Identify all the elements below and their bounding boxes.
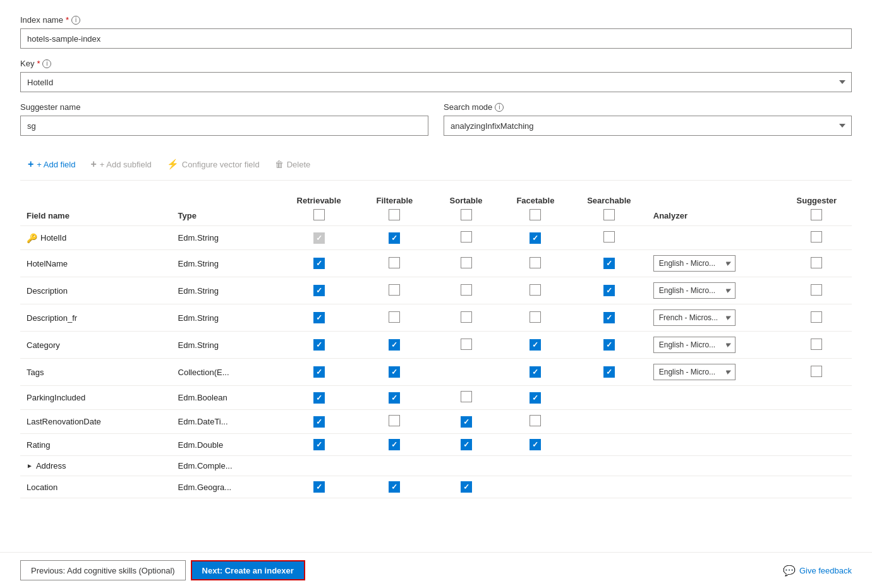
filterable-checkbox-1[interactable] <box>389 257 400 268</box>
retrievable-checkbox-6[interactable] <box>313 392 325 404</box>
retrievable-checkbox-3[interactable] <box>313 312 325 323</box>
sortable-checkbox-8[interactable] <box>461 439 472 450</box>
analyzer-cell: English - Micro... ▼ <box>647 250 782 277</box>
facetable-header-checkbox[interactable] <box>530 209 541 220</box>
retrievable-checkbox-8[interactable] <box>313 439 325 450</box>
filterable-checkbox-5[interactable] <box>389 366 400 378</box>
suggester-checkbox-5[interactable] <box>811 366 822 377</box>
field-name-cell: Tags <box>20 359 172 386</box>
facetable-cell <box>500 410 571 434</box>
searchable-checkbox-5[interactable] <box>603 366 615 378</box>
field-name-text: HotelName <box>27 259 68 268</box>
sortable-checkbox-6[interactable] <box>461 391 472 402</box>
analyzer-cell: English - Micro... ▼ <box>647 332 782 359</box>
facetable-cell <box>500 386 571 410</box>
sortable-checkbox-10[interactable] <box>461 481 472 493</box>
table-row: Description Edm.String English - Micro..… <box>20 277 852 304</box>
suggester-checkbox-3[interactable] <box>811 311 822 323</box>
analyzer-cell: French - Micros... ▼ <box>647 304 782 332</box>
field-name-cell: Rating <box>20 434 172 456</box>
facetable-checkbox-1[interactable] <box>530 257 541 268</box>
configure-vector-button[interactable]: ⚡ Configure vector field <box>159 156 267 172</box>
retrievable-cell <box>281 386 357 410</box>
sortable-checkbox-0[interactable] <box>461 231 472 243</box>
add-field-button[interactable]: + + Add field <box>20 156 83 172</box>
retrievable-header-checkbox[interactable] <box>313 209 325 220</box>
retrievable-checkbox-10[interactable] <box>313 481 325 493</box>
filterable-cell <box>357 456 433 476</box>
analyzer-select[interactable]: English - Micro... <box>653 337 736 353</box>
filterable-checkbox-6[interactable] <box>389 392 400 404</box>
filterable-checkbox-4[interactable] <box>389 339 400 351</box>
facetable-checkbox-4[interactable] <box>530 339 541 351</box>
required-star: * <box>66 15 69 25</box>
suggester-checkbox-0[interactable] <box>811 231 822 243</box>
suggester-input[interactable] <box>20 116 428 136</box>
field-name-cell: Description_fr <box>20 304 172 332</box>
facetable-checkbox-8[interactable] <box>530 439 541 450</box>
filterable-header-checkbox[interactable] <box>389 209 400 220</box>
searchable-header-checkbox[interactable] <box>603 209 615 220</box>
configure-vector-icon: ⚡ <box>167 159 179 170</box>
retrievable-checkbox-1[interactable] <box>313 258 325 269</box>
filterable-cell <box>357 250 433 277</box>
sortable-cell <box>432 226 499 250</box>
sortable-header-checkbox[interactable] <box>461 209 472 220</box>
suggester-cell <box>782 434 852 456</box>
searchable-checkbox-1[interactable] <box>603 258 615 269</box>
sortable-checkbox-4[interactable] <box>461 339 472 350</box>
suggester-header-checkbox[interactable] <box>811 209 822 220</box>
expand-icon[interactable]: ► <box>27 462 33 469</box>
filterable-checkbox-7[interactable] <box>389 415 400 426</box>
retrievable-checkbox-4[interactable] <box>313 339 325 351</box>
filterable-checkbox-0[interactable] <box>389 232 400 244</box>
sortable-checkbox-1[interactable] <box>461 257 472 268</box>
type-cell: Collection(E... <box>172 359 281 386</box>
retrievable-checkbox-2[interactable] <box>313 285 325 296</box>
sortable-cell <box>432 359 499 386</box>
searchable-checkbox-2[interactable] <box>603 285 615 296</box>
facetable-checkbox-3[interactable] <box>530 311 541 323</box>
col-searchable: Searchable <box>571 191 647 226</box>
filterable-cell <box>357 476 433 498</box>
search-mode-info-icon[interactable]: i <box>495 103 504 112</box>
suggester-cell <box>782 456 852 476</box>
searchable-checkbox-4[interactable] <box>603 339 615 351</box>
suggester-checkbox-4[interactable] <box>811 339 822 350</box>
facetable-checkbox-0[interactable] <box>530 232 541 244</box>
analyzer-select[interactable]: French - Micros... <box>653 309 736 326</box>
retrievable-checkbox-5[interactable] <box>313 366 325 378</box>
suggester-cell <box>782 304 852 332</box>
filterable-checkbox-10[interactable] <box>389 481 400 493</box>
suggester-checkbox-2[interactable] <box>811 284 822 296</box>
sortable-checkbox-2[interactable] <box>461 284 472 296</box>
facetable-checkbox-6[interactable] <box>530 392 541 404</box>
key-info-icon[interactable]: i <box>42 59 51 68</box>
searchable-checkbox-3[interactable] <box>603 312 615 323</box>
sortable-checkbox-7[interactable] <box>461 416 472 428</box>
searchable-checkbox-0[interactable] <box>603 231 615 243</box>
facetable-checkbox-7[interactable] <box>530 415 541 426</box>
filterable-checkbox-2[interactable] <box>389 284 400 296</box>
analyzer-select[interactable]: English - Micro... <box>653 364 736 380</box>
index-name-input[interactable] <box>20 28 852 49</box>
filterable-checkbox-8[interactable] <box>389 439 400 450</box>
retrievable-checkbox-0[interactable] <box>313 232 325 244</box>
key-select[interactable]: HotelId <box>20 72 852 92</box>
field-name-text: Description_fr <box>27 313 77 323</box>
analyzer-select[interactable]: English - Micro... <box>653 255 736 272</box>
facetable-checkbox-2[interactable] <box>530 284 541 296</box>
filterable-checkbox-3[interactable] <box>389 311 400 323</box>
facetable-cell <box>500 359 571 386</box>
suggester-checkbox-1[interactable] <box>811 257 822 268</box>
index-name-info-icon[interactable]: i <box>71 16 80 25</box>
sortable-checkbox-3[interactable] <box>461 311 472 323</box>
type-cell: Edm.Geogra... <box>172 476 281 498</box>
search-mode-select[interactable]: analyzingInfixMatching <box>444 116 852 136</box>
facetable-checkbox-5[interactable] <box>530 366 541 378</box>
retrievable-checkbox-7[interactable] <box>313 416 325 428</box>
field-name-text: Category <box>27 340 60 350</box>
analyzer-select[interactable]: English - Micro... <box>653 282 736 299</box>
delete-button[interactable]: 🗑 Delete <box>267 157 318 172</box>
add-subfield-button[interactable]: + + Add subfield <box>83 156 159 172</box>
